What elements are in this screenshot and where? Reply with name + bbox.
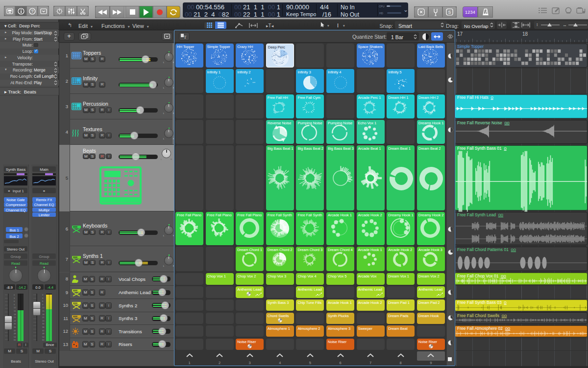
svg-text:?: ?: [31, 9, 33, 14]
svg-text:T: T: [184, 35, 187, 40]
svg-text:S: S: [448, 10, 451, 15]
